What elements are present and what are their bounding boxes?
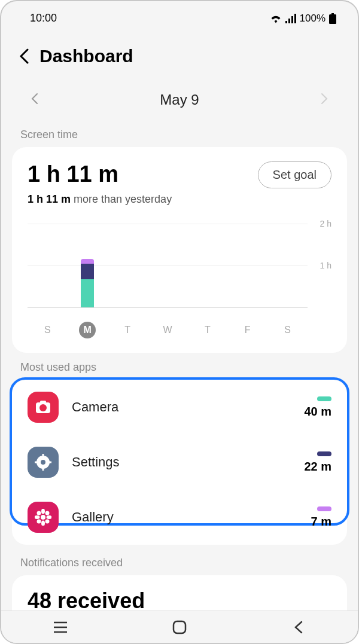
chart-day-label[interactable]: F <box>239 322 256 338</box>
svg-rect-27 <box>174 621 185 633</box>
date-nav: May 9 <box>1 78 358 120</box>
app-time-bar <box>317 451 331 456</box>
most-used-card: Camera40 mSettings22 mGallery7 m <box>12 380 347 545</box>
svg-rect-2 <box>291 16 293 23</box>
svg-point-7 <box>39 404 47 411</box>
svg-point-10 <box>41 460 45 465</box>
svg-point-18 <box>35 515 40 519</box>
date-label: May 9 <box>160 91 199 108</box>
chart-gridline <box>28 307 308 308</box>
app-time: 40 m <box>304 405 331 419</box>
svg-rect-12 <box>42 468 44 471</box>
date-next-icon[interactable] <box>321 91 328 108</box>
app-time-bar <box>317 506 331 511</box>
svg-rect-1 <box>288 19 290 23</box>
navigation-bar <box>1 611 358 643</box>
svg-point-16 <box>41 509 45 514</box>
app-icon <box>28 447 59 478</box>
svg-rect-11 <box>42 454 44 457</box>
screen-time-value: 1 h 11 m <box>28 161 172 187</box>
svg-rect-14 <box>48 462 51 463</box>
app-time-bar <box>317 396 331 401</box>
app-time: 22 m <box>304 460 331 474</box>
notifications-section-label: Notifications received <box>1 545 358 575</box>
chart-bar-stack <box>81 259 94 307</box>
status-right: 100% <box>270 13 336 25</box>
signal-icon <box>285 14 296 23</box>
battery-icon <box>329 13 336 24</box>
screen-time-header: 1 h 11 m 1 h 11 m more than yesterday Se… <box>28 161 331 206</box>
screen-time-section-label: Screen time <box>1 120 358 147</box>
screen-time-chart: 2 h 1 h <box>28 219 331 317</box>
chart-day-labels: SMTWTFS <box>28 319 331 338</box>
app-row[interactable]: Camera40 m <box>12 380 347 435</box>
app-time: 7 m <box>311 515 331 529</box>
recents-button[interactable] <box>25 621 96 633</box>
chart-bar-col <box>161 224 174 307</box>
chart-bar-segment <box>81 264 94 279</box>
notifications-value: 48 received <box>28 588 331 614</box>
chart-bar-segment <box>81 259 94 264</box>
chart-axis-label-1h: 1 h <box>320 261 331 270</box>
chart-bar-col <box>281 224 294 307</box>
svg-point-20 <box>37 511 41 515</box>
app-name: Settings <box>72 454 304 470</box>
chart-day-label[interactable]: S <box>39 322 56 338</box>
svg-rect-5 <box>329 14 336 24</box>
svg-point-23 <box>45 520 50 524</box>
app-name: Camera <box>72 399 304 415</box>
chart-day-label[interactable]: T <box>119 322 136 338</box>
chart-day-label[interactable]: M <box>79 322 96 338</box>
app-name: Gallery <box>72 509 311 525</box>
app-row[interactable]: Settings22 m <box>12 435 347 490</box>
app-icon <box>28 392 59 423</box>
chart-axis-label-2h: 2 h <box>320 219 331 228</box>
chart-bar-col <box>121 224 134 307</box>
screen-time-card[interactable]: 1 h 11 m 1 h 11 m more than yesterday Se… <box>12 147 347 353</box>
set-goal-button[interactable]: Set goal <box>258 161 331 188</box>
svg-point-21 <box>45 511 50 515</box>
most-used-section-label: Most used apps <box>1 353 358 380</box>
svg-rect-8 <box>40 401 46 404</box>
chart-bar-col <box>241 224 254 307</box>
phone-frame: 10:00 100% Dashboard May 9 Screen ti <box>0 0 359 644</box>
app-row[interactable]: Gallery7 m <box>12 490 347 545</box>
svg-point-17 <box>41 521 45 526</box>
wifi-icon <box>270 14 282 23</box>
header: Dashboard <box>1 29 358 78</box>
svg-point-19 <box>47 515 52 519</box>
date-prev-icon[interactable] <box>31 91 38 108</box>
chart-bars <box>28 224 308 307</box>
page-title: Dashboard <box>39 46 133 66</box>
nav-back-button[interactable] <box>263 621 334 634</box>
status-time: 10:00 <box>30 12 57 25</box>
svg-point-22 <box>37 520 41 524</box>
chart-bar-col <box>201 224 214 307</box>
chart-day-label[interactable]: T <box>199 322 216 338</box>
status-bar: 10:00 100% <box>1 1 358 29</box>
chart-bar-segment <box>81 279 94 307</box>
battery-percent: 100% <box>300 13 325 25</box>
chart-day-label[interactable]: S <box>279 322 296 338</box>
chart-bar-col <box>41 224 54 307</box>
chart-day-label[interactable]: W <box>159 322 176 338</box>
chart-bar-col <box>81 224 94 307</box>
svg-rect-4 <box>331 13 334 14</box>
app-icon <box>28 502 59 533</box>
back-icon[interactable] <box>19 48 29 64</box>
screen-time-comparison: 1 h 11 m more than yesterday <box>28 193 172 206</box>
home-button[interactable] <box>144 620 215 634</box>
svg-rect-0 <box>285 21 287 23</box>
svg-rect-3 <box>294 14 296 23</box>
svg-rect-13 <box>35 462 38 463</box>
svg-point-15 <box>41 515 45 520</box>
